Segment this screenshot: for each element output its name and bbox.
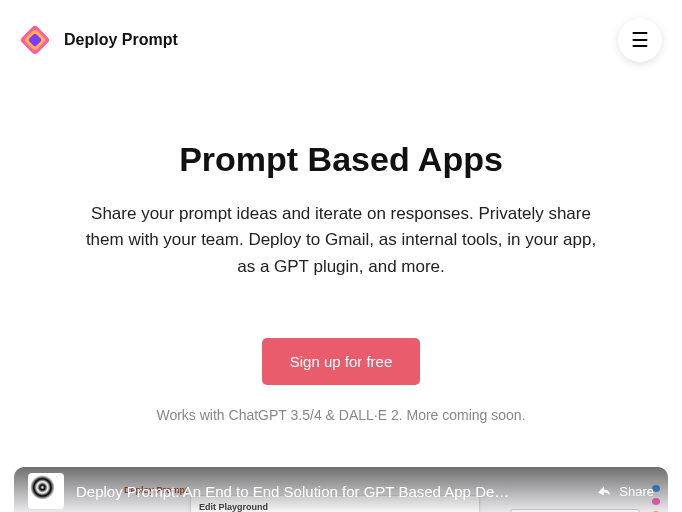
share-icon (595, 482, 613, 500)
video-actions: Share (595, 482, 654, 500)
brand-name: Deploy Prompt (64, 31, 178, 49)
video-channel-avatar[interactable] (28, 473, 64, 509)
video-overlay: Deploy Prompt: An End to End Solution fo… (14, 467, 668, 512)
page-title: Prompt Based Apps (40, 140, 642, 179)
brand[interactable]: Deploy Prompt (18, 23, 178, 57)
share-label: Share (619, 484, 654, 499)
share-button[interactable]: Share (595, 482, 654, 500)
page-subtitle: Share your prompt ideas and iterate on r… (76, 201, 606, 280)
header: Deploy Prompt ☰ (0, 0, 682, 80)
video-section: Deploy Prompt call Edit Playground Sales… (14, 467, 668, 512)
compatibility-caption: Works with ChatGPT 3.5/4 & DALL·E 2. Mor… (0, 407, 682, 423)
hero: Prompt Based Apps Share your prompt idea… (0, 80, 682, 280)
video-title[interactable]: Deploy Prompt: An End to End Solution fo… (76, 483, 583, 500)
menu-button[interactable]: ☰ (618, 18, 662, 62)
logo-icon (18, 23, 52, 57)
cta-section: Sign up for free (0, 338, 682, 385)
signup-button[interactable]: Sign up for free (262, 338, 421, 385)
video-embed[interactable]: Deploy Prompt call Edit Playground Sales… (14, 467, 668, 512)
hamburger-icon: ☰ (631, 28, 649, 52)
